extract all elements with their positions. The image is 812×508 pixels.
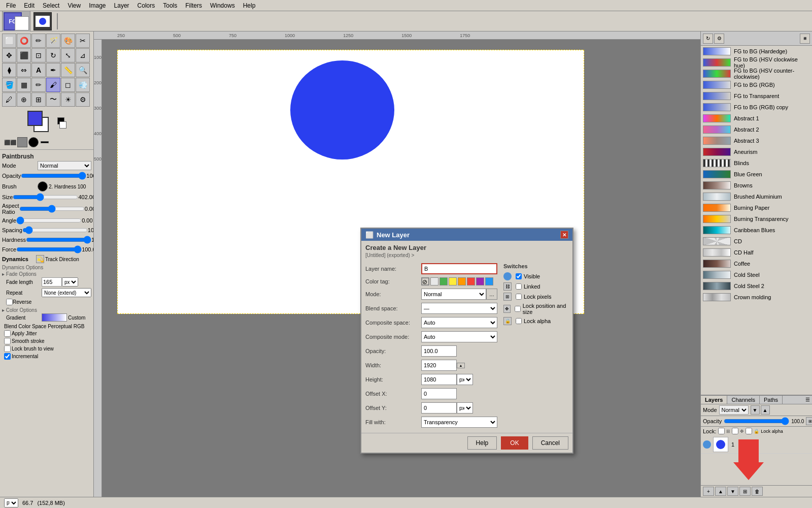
dlg-height-input[interactable] xyxy=(421,374,457,385)
tool-by-color[interactable]: 🎨 xyxy=(61,34,75,48)
tool-shear[interactable]: ⊿ xyxy=(76,48,90,62)
menu-view[interactable]: View xyxy=(63,1,85,10)
tool-scale[interactable]: ⤡ xyxy=(61,48,75,62)
dlg-mode-btn[interactable]: … xyxy=(486,289,497,300)
gradient-item-fg-bg-hsv-ccw[interactable]: FG to BG (HSV counter-clockwise) xyxy=(701,68,812,79)
ctag-green[interactable] xyxy=(439,277,448,285)
menu-image[interactable]: Image xyxy=(85,1,110,10)
lock-pos-sw-checkbox[interactable] xyxy=(515,306,521,312)
duplicate-layer-btn[interactable]: ⊞ xyxy=(739,487,751,496)
menu-filters[interactable]: Filters xyxy=(181,1,206,10)
brush-preview[interactable] xyxy=(28,137,39,147)
lock-brush-checkbox[interactable] xyxy=(4,345,11,352)
gradient-item-abstract1[interactable]: Abstract 1 xyxy=(701,113,812,124)
tool-move[interactable]: ✥ xyxy=(2,48,16,62)
incremental-checkbox[interactable] xyxy=(4,353,11,360)
tab-layers[interactable]: Layers xyxy=(701,396,727,404)
dlg-composite-space-select[interactable]: Auto xyxy=(421,317,497,328)
gradient-settings-btn[interactable]: ⚙ xyxy=(714,34,724,44)
tool-perspective[interactable]: ⧫ xyxy=(2,63,16,77)
lock-alpha-checkbox[interactable] xyxy=(718,428,725,434)
fade-unit-select[interactable]: px xyxy=(62,277,78,287)
tool-blend[interactable]: ▦ xyxy=(17,78,31,92)
gradient-refresh-btn[interactable]: ↻ xyxy=(703,34,713,44)
tool-rect-select[interactable]: ⬜ xyxy=(2,34,16,48)
apply-jitter-checkbox[interactable] xyxy=(4,330,11,337)
visible-checkbox[interactable] xyxy=(516,273,522,279)
lock-alpha-checkbox2[interactable] xyxy=(746,428,752,434)
dlg-width-up[interactable]: ▲ xyxy=(457,363,465,368)
gradient-item-caribbean[interactable]: Caribbean Blues xyxy=(701,225,812,236)
delete-layer-btn[interactable]: 🗑 xyxy=(752,487,763,496)
tool-bucket-fill[interactable]: 🪣 xyxy=(2,78,16,92)
angle-slider[interactable] xyxy=(16,216,82,225)
dlg-offset-y-input[interactable] xyxy=(421,402,457,414)
size-slider[interactable] xyxy=(13,193,78,201)
layers-opacity-slider[interactable] xyxy=(724,417,789,425)
dlg-width-input[interactable] xyxy=(421,360,457,371)
gradient-item-cd[interactable]: CD xyxy=(701,236,812,247)
ctag-none[interactable]: ⊘ xyxy=(421,277,429,285)
hardness-slider[interactable] xyxy=(26,236,91,244)
tool-airbrush[interactable]: 💨 xyxy=(76,78,90,92)
dlg-mode-select[interactable]: Normal xyxy=(421,289,486,300)
lock-pixels-sw-checkbox[interactable] xyxy=(516,294,522,300)
tool-ink[interactable]: 🖊 xyxy=(2,92,16,107)
tool-swap-colors[interactable] xyxy=(59,121,66,129)
tool-pencil[interactable]: ✏ xyxy=(31,78,46,92)
tab-paths[interactable]: Paths xyxy=(760,396,783,404)
tab-channels[interactable]: Channels xyxy=(727,396,759,404)
lock-position-checkbox[interactable] xyxy=(732,428,738,434)
dialog-close-button[interactable]: ✕ xyxy=(560,231,568,239)
ctag-blue[interactable] xyxy=(485,277,493,285)
tool-eraser[interactable]: ◻ xyxy=(61,78,75,92)
gradient-item-fg-bg-rgb[interactable]: FG to BG (RGB) xyxy=(701,79,812,90)
dlg-offset-y-unit[interactable]: px xyxy=(457,402,473,414)
tool-fuzzy-select[interactable]: 🪄 xyxy=(46,34,60,48)
linked-checkbox[interactable] xyxy=(516,283,522,290)
dialog-cancel-button[interactable]: Cancel xyxy=(532,436,568,450)
menu-help[interactable]: Help xyxy=(239,1,260,10)
new-layer-dialog[interactable]: ⬜ New Layer ✕ Create a New Layer [Untitl… xyxy=(360,228,573,454)
ctag-gray[interactable] xyxy=(430,277,438,285)
menu-windows[interactable]: Windows xyxy=(206,1,239,10)
gradient-item-cold-steel2[interactable]: Cold Steel 2 xyxy=(701,280,812,292)
gradient-item-blinds[interactable]: Blinds xyxy=(701,157,812,169)
layer-item-1[interactable]: 1 xyxy=(701,435,812,454)
gradient-item-browns[interactable]: Browns xyxy=(701,180,812,191)
menu-colors[interactable]: Colors xyxy=(133,1,159,10)
reverse-checkbox[interactable] xyxy=(6,299,13,305)
tool-ellipse-select[interactable]: ⭕ xyxy=(17,34,31,48)
dialog-help-button[interactable]: Help xyxy=(467,436,497,450)
gradient-item-fg-bg-hsv-cw[interactable]: FG to BG (HSV clockwise hue) xyxy=(701,57,812,68)
dlg-blend-space-select[interactable]: — xyxy=(421,303,497,314)
opacity-slider[interactable] xyxy=(21,172,86,180)
menu-select[interactable]: Select xyxy=(39,1,63,10)
spacing-slider[interactable] xyxy=(22,226,88,234)
gradient-item-fg-bg-rgb-copy[interactable]: FG to BG (RGB) copy xyxy=(701,102,812,113)
ctag-purple[interactable] xyxy=(476,277,484,285)
fg-color-swatch[interactable] xyxy=(27,111,43,126)
repeat-select[interactable]: None (extend) xyxy=(42,288,91,297)
menu-edit[interactable]: Edit xyxy=(20,1,39,10)
tool-clone[interactable]: ⊞ xyxy=(31,92,46,107)
tool-heal[interactable]: ⊕ xyxy=(17,92,31,107)
mode-select[interactable]: Normal xyxy=(38,161,91,170)
ctag-red[interactable] xyxy=(467,277,475,285)
tool-zoom[interactable]: 🔍 xyxy=(76,63,90,77)
gradient-item-fg-transparent[interactable]: FG to Transparent xyxy=(701,90,812,102)
smooth-stroke-checkbox[interactable] xyxy=(4,338,11,344)
tool-free-select[interactable]: ✏ xyxy=(31,34,46,48)
gradient-item-aneurism[interactable]: Aneurism xyxy=(701,146,812,157)
gradient-item-blue-green[interactable]: Blue Green xyxy=(701,169,812,180)
gradient-item-burning-paper[interactable]: Burning Paper xyxy=(701,202,812,213)
menu-layer[interactable]: Layer xyxy=(110,1,133,10)
dlg-fill-select[interactable]: Transparency Foreground Color Background… xyxy=(421,417,497,428)
layers-mode-down-btn[interactable]: ▼ xyxy=(751,405,760,415)
tool-smudge[interactable]: 〜 xyxy=(46,92,60,107)
dlg-offset-x-input[interactable] xyxy=(421,388,457,399)
gradient-item-burning-trans[interactable]: Burning Transparency xyxy=(701,213,812,225)
tool-paintbrush[interactable]: 🖌 xyxy=(46,78,60,92)
color-preview-bg[interactable] xyxy=(15,16,29,30)
layer-name-input[interactable] xyxy=(421,263,497,274)
